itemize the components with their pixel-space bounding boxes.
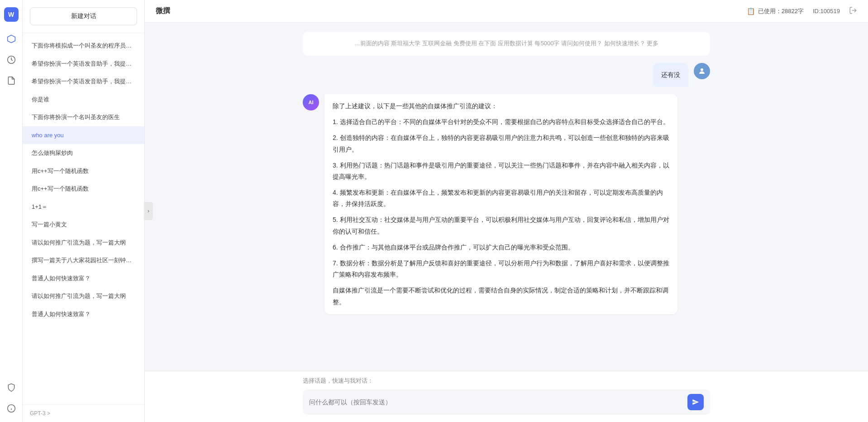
usage-info: 📋 已使用：28822字 <box>747 7 804 15</box>
ai-para-5: 5. 利用社交互动：社交媒体是与用户互动的重要平台，可以积极利用社交媒体与用户互… <box>333 214 669 237</box>
sidebar-header: 新建对话 <box>23 0 144 33</box>
sidebar-item-11[interactable]: 请以如何推广引流为题，写一篇大纲 <box>23 234 144 252</box>
new-chat-button[interactable]: 新建对话 <box>30 7 137 25</box>
ai-bubble: 除了上述建议，以下是一些其他的自媒体推广引流的建议： 1. 选择适合自己的平台：… <box>324 94 677 314</box>
nav-shield-icon[interactable] <box>3 379 19 396</box>
chat-messages: …前面的内容 斯坦福大学 互联网金融 免费使用 在下面 应用数据计算 每5000… <box>303 32 710 314</box>
sidebar-item-13[interactable]: 普通人如何快速致富？ <box>23 269 144 288</box>
header-right: 📋 已使用：28822字 ID:100519 <box>747 6 857 16</box>
sidebar-item-4[interactable]: 下面你将扮演一个名叫圣友的医生 <box>23 108 144 126</box>
sidebar-item-9[interactable]: 1+1＝ <box>23 198 144 216</box>
ai-para-1: 1. 选择适合自己的平台：不同的自媒体平台针对的受众不同，需要根据自己的内容特点… <box>333 116 669 128</box>
sidebar-footer: GPT-3 > <box>23 404 144 422</box>
ai-para-0: 除了上述建议，以下是一些其他的自媒体推广引流的建议： <box>333 101 669 112</box>
nav-doc-icon[interactable] <box>3 72 19 89</box>
user-message-row: 还有没 <box>303 63 710 87</box>
app-logo: W <box>4 7 19 22</box>
ai-para-6: 6. 合作推广：与其他自媒体平台或品牌合作推广，可以扩大自己的曝光率和受众范围。 <box>333 242 669 253</box>
sidebar-item-3[interactable]: 你是谁 <box>23 91 144 109</box>
sidebar-item-12[interactable]: 撰写一篇关于八大家花园社区一刻钟便民生... <box>23 251 144 269</box>
send-button[interactable] <box>687 394 704 410</box>
main-area: 微撰 📋 已使用：28822字 ID:100519 …前面的内容 斯坦福大学 互… <box>145 0 868 422</box>
ai-para-7: 7. 数据分析：数据分析是了解用户反馈和喜好的重要途径，可以分析用户行为和数据，… <box>333 258 669 280</box>
ai-para-2: 2. 创造独特的内容：在自媒体平台上，独特的内容更容易吸引用户的注意力和共鸣，可… <box>333 132 669 155</box>
sidebar-item-5[interactable]: who are you <box>23 126 144 144</box>
nav-clock-icon[interactable] <box>3 52 19 68</box>
input-area-inner: 选择话题，快速与我对话： <box>303 377 710 415</box>
sidebar-list: 下面你将模拟成一个叫圣友的程序员，我说... 希望你扮演一个英语发音助手，我提供… <box>23 33 144 404</box>
app-title: 微撰 <box>156 6 170 16</box>
sidebar-item-2[interactable]: 希望你扮演一个英语发音助手，我提供给你... <box>23 72 144 91</box>
chat-area: …前面的内容 斯坦福大学 互联网金融 免费使用 在下面 应用数据计算 每5000… <box>145 23 868 371</box>
sidebar-item-8[interactable]: 用c++写一个随机函数 <box>23 180 144 198</box>
chat-input[interactable] <box>309 398 683 406</box>
top-header: 微撰 📋 已使用：28822字 ID:100519 <box>145 0 868 23</box>
quick-topics-label: 选择话题，快速与我对话： <box>303 377 710 385</box>
sidebar-toggle-button[interactable]: › <box>144 202 153 220</box>
ai-message-row: AI 除了上述建议，以下是一些其他的自媒体推广引流的建议： 1. 选择适合自己的… <box>303 94 710 314</box>
sidebar: 新建对话 下面你将模拟成一个叫圣友的程序员，我说... 希望你扮演一个英语发音助… <box>23 0 145 422</box>
logout-button[interactable] <box>849 6 857 16</box>
id-label: ID:100519 <box>813 8 840 14</box>
sidebar-item-14[interactable]: 请以如何推广引流为题，写一篇大纲 <box>23 287 144 305</box>
ai-para-3: 3. 利用热门话题：热门话题和事件是吸引用户的重要途径，可以关注一些热门话题和事… <box>333 160 669 182</box>
usage-icon: 📋 <box>747 7 755 15</box>
sidebar-item-0[interactable]: 下面你将模拟成一个叫圣友的程序员，我说... <box>23 37 144 55</box>
ai-para-8: 自媒体推广引流是一个需要不断尝试和优化的过程，需要结合自身的实际情况，制定合适的… <box>333 285 669 307</box>
usage-label: 已使用：28822字 <box>758 7 804 15</box>
footer-text: GPT-3 > <box>30 410 50 417</box>
icon-rail: W <box>0 0 23 422</box>
sidebar-item-15[interactable]: 普通人如何快速致富？ <box>23 305 144 323</box>
nav-hexagon-icon[interactable] <box>3 31 19 47</box>
svg-point-6 <box>701 68 703 71</box>
ai-para-4: 4. 频繁发布和更新：在自媒体平台上，频繁发布和更新的内容更容易吸引用户的关注和… <box>333 187 669 210</box>
sidebar-item-10[interactable]: 写一篇小黄文 <box>23 216 144 234</box>
ai-avatar: AI <box>303 94 319 110</box>
user-bubble: 还有没 <box>653 63 688 87</box>
sidebar-item-6[interactable]: 怎么做狗屎炒肉 <box>23 144 144 162</box>
input-row <box>303 389 710 415</box>
prev-messages-hint: …前面的内容 斯坦福大学 互联网金融 免费使用 在下面 应用数据计算 每5000… <box>303 32 710 56</box>
nav-info-icon[interactable] <box>3 400 19 417</box>
sidebar-item-7[interactable]: 用c++写一个随机函数 <box>23 162 144 180</box>
input-area: 选择话题，快速与我对话： <box>145 371 868 422</box>
sidebar-item-1[interactable]: 希望你扮演一个英语发音助手，我提供给你... <box>23 55 144 73</box>
user-avatar <box>694 63 710 79</box>
user-message-text: 还有没 <box>661 71 680 78</box>
svg-marker-0 <box>7 35 15 43</box>
